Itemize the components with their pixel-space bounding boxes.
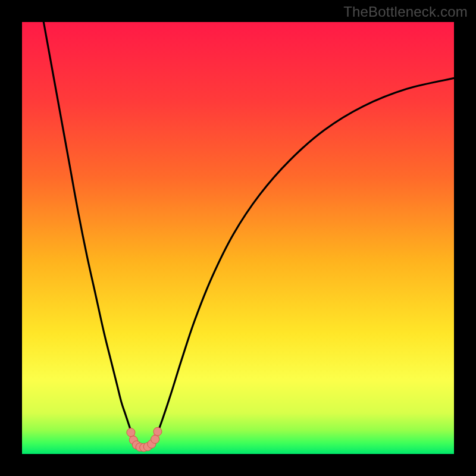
valley-marker — [127, 428, 135, 437]
chart-stage: TheBottleneck.com — [0, 0, 476, 476]
valley-marker — [154, 427, 162, 436]
curves-layer — [22, 22, 454, 454]
plot-area — [22, 22, 454, 454]
valley-marker — [151, 435, 159, 443]
right-curve — [152, 78, 454, 445]
valley-markers — [127, 427, 162, 452]
left-curve — [43, 22, 139, 445]
watermark-text: TheBottleneck.com — [343, 4, 468, 20]
